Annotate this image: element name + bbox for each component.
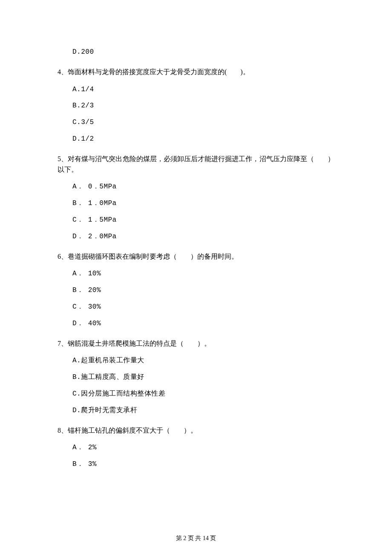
question-block: 6、巷道掘砌循环图表在编制时要考虑（ ）的备用时间。 A． 10% B． 20%… <box>58 251 334 329</box>
page-container: D.200 4、饰面材料与龙骨的搭接宽度应大于龙骨受力面宽度的( )。 A.1/… <box>0 0 392 555</box>
option-item: D． 2．0MPa <box>72 231 334 242</box>
question-block: 8、锚杆施工钻孔的偏斜度不宜大于（ ）。 A． 2% B． 3% <box>58 425 334 470</box>
option-item: B.施工精度高、质量好 <box>72 372 334 383</box>
question-body: 钢筋混凝土井塔爬模施工法的特点是（ ）。 <box>68 340 211 347</box>
question-text: 5、对有煤与沼气突出危险的煤层，必须卸压后才能进行掘进工作，沼气压力应降至（ ）… <box>58 154 334 175</box>
option-item: B． 3% <box>72 459 334 470</box>
option-item: C.3/5 <box>72 117 334 128</box>
option-item: D． 40% <box>72 318 334 329</box>
option-item: A． 10% <box>72 269 334 279</box>
question-block: 4、饰面材料与龙骨的搭接宽度应大于龙骨受力面宽度的( )。 A.1/4 B.2/… <box>58 67 334 145</box>
question-number: 4、 <box>58 68 68 75</box>
question-number: 7、 <box>58 340 68 347</box>
question-text: 4、饰面材料与龙骨的搭接宽度应大于龙骨受力面宽度的( )。 <box>58 67 334 78</box>
question-body: 对有煤与沼气突出危险的煤层，必须卸压后才能进行掘进工作，沼气压力应降至（ ）以下… <box>58 155 334 173</box>
option-item: A.1/4 <box>72 84 334 95</box>
option-item: B． 20% <box>72 285 334 296</box>
question-number: 6、 <box>58 253 68 260</box>
option-item: D.爬升时无需支承杆 <box>72 405 334 416</box>
question-block: 5、对有煤与沼气突出危险的煤层，必须卸压后才能进行掘进工作，沼气压力应降至（ ）… <box>58 154 334 242</box>
question-body: 饰面材料与龙骨的搭接宽度应大于龙骨受力面宽度的( )。 <box>68 68 250 75</box>
option-item: A.起重机吊装工作量大 <box>72 356 334 366</box>
option-item: D.1/2 <box>72 134 334 145</box>
question-body: 巷道掘砌循环图表在编制时要考虑（ ）的备用时间。 <box>68 253 238 260</box>
option-item: C． 1．5MPa <box>72 215 334 225</box>
question-text: 7、钢筋混凝土井塔爬模施工法的特点是（ ）。 <box>58 338 334 349</box>
question-text: 8、锚杆施工钻孔的偏斜度不宜大于（ ）。 <box>58 425 334 436</box>
option-item: C． 30% <box>72 302 334 312</box>
option-item: B.2/3 <box>72 101 334 111</box>
option-item: D.200 <box>72 47 334 58</box>
option-item: B． 1．0MPa <box>72 198 334 209</box>
option-item: A． 2% <box>72 442 334 453</box>
question-number: 8、 <box>58 427 68 434</box>
question-number: 5、 <box>58 155 68 162</box>
option-item: C.因分层施工而结构整体性差 <box>72 389 334 399</box>
question-text: 6、巷道掘砌循环图表在编制时要考虑（ ）的备用时间。 <box>58 251 334 262</box>
option-item: A． 0．5MPa <box>72 182 334 192</box>
question-block: D.200 <box>58 47 334 58</box>
question-block: 7、钢筋混凝土井塔爬模施工法的特点是（ ）。 A.起重机吊装工作量大 B.施工精… <box>58 338 334 416</box>
question-body: 锚杆施工钻孔的偏斜度不宜大于（ ）。 <box>68 427 197 434</box>
page-footer: 第 2 页 共 14 页 <box>0 534 392 543</box>
